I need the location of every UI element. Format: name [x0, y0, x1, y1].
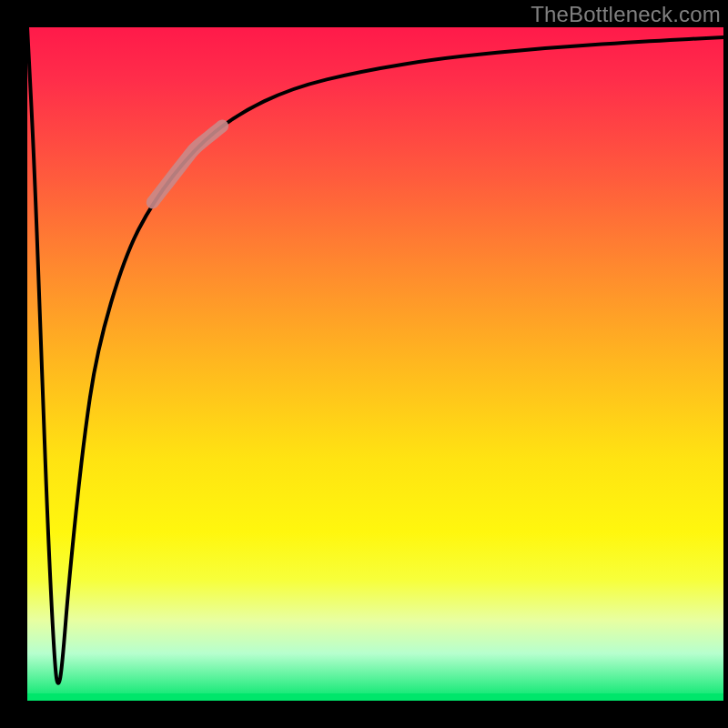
- green-baseline-band: [27, 693, 723, 701]
- chart-frame: TheBottleneck.com: [0, 0, 728, 728]
- plot-area: [27, 27, 723, 701]
- watermark-text: TheBottleneck.com: [531, 2, 721, 27]
